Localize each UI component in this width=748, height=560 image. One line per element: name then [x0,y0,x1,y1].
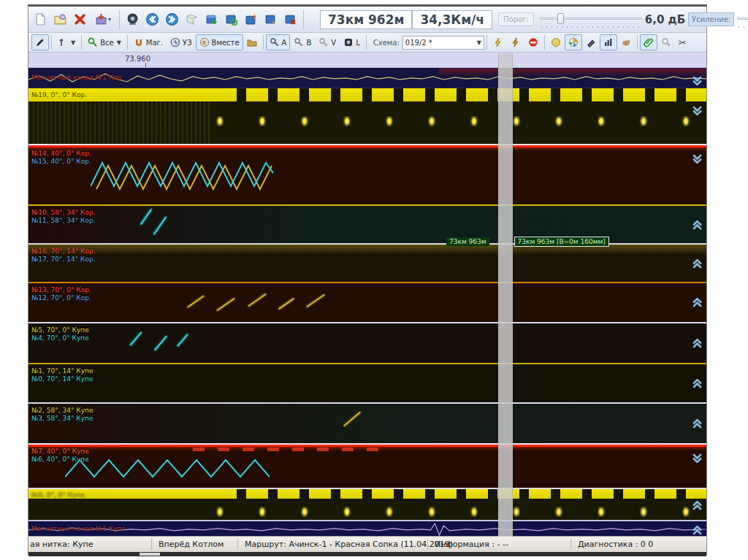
collapse-chevron-icon[interactable] [692,151,703,165]
channel-label: №1, 70°, 14° Купе [31,367,93,375]
measure-cursor[interactable] [498,53,513,537]
palette-pie-icon[interactable] [565,34,582,50]
status-info: Информация : - -- [435,540,508,549]
bird-icon[interactable] [617,34,635,50]
status-direction: Вперёд Котлом [159,540,224,549]
toolbar-separator [81,35,82,50]
delete-icon[interactable] [70,9,90,30]
nav-forward-icon[interactable] [162,9,182,30]
view-v-label: V [331,39,336,47]
book-add-icon[interactable] [202,9,221,30]
channel-strip-40-kor[interactable]: №14, 40°, 0° Кор. №15, 40°, 0° Кор. [28,144,706,204]
book-open-icon[interactable] [241,9,261,30]
no-entry-icon[interactable] [524,34,542,50]
channel-strip-70-14-kor[interactable]: №16, 70°, 14° Кор. №17, 70°, 14° Кор. [28,243,706,282]
horizontal-scrollbar[interactable] [28,552,706,556]
sort-arrows-icon[interactable]: ▼ [54,34,79,50]
magnetic-channels-button[interactable]: Маг. [130,34,167,50]
status-diagnostics: Диагностика : 0 0 [578,540,653,549]
save-dropdown-arrow[interactable]: ▾ [108,16,111,23]
threshold-button[interactable]: Порог: [498,12,534,26]
together-button[interactable]: eВместе [196,34,243,50]
channel-strip-58-kupe[interactable]: №2, 58°, 34° Купе №3, 58°, 34° Купе [28,402,706,443]
marker-pen-icon[interactable] [31,34,49,50]
nav-back-icon[interactable] [142,9,162,30]
channel-label: №16, 70°, 14° Кор. [31,248,96,256]
collapse-chevron-icon[interactable] [692,418,703,431]
channel-strip-0-kor[interactable]: №19, 0°, 0° Кор. [28,88,706,144]
slider-ticks [739,26,748,28]
collapse-chevron-icon[interactable] [692,450,703,464]
new-document-icon[interactable] [31,9,50,30]
bolt2-icon[interactable] [507,34,524,50]
view-v-button[interactable]: V [315,34,340,50]
threshold-slider[interactable] [540,12,642,28]
toolbar-separator [366,35,367,50]
bolt-icon[interactable] [489,34,507,50]
channel-label: №7, 40°, 0° Купе [31,448,89,456]
channel-strip-70-14-kupe[interactable]: №1, 70°, 14° Купе №0, 70°, 14° Купе [28,363,706,402]
collapse-chevron-icon[interactable] [692,103,703,117]
camera-icon[interactable] [123,9,142,30]
gain-label[interactable]: Усиление: [688,12,734,26]
channel-label: №19, 0°, 0° Кор. [31,91,87,99]
magnifier-icon[interactable] [657,34,675,50]
collapse-chevron-icon[interactable] [692,337,703,351]
slider-ticks [541,26,641,28]
scheme-combobox[interactable]: 019/2 *▼ [402,36,484,50]
echo-streak [153,216,167,235]
collapse-chevron-icon[interactable] [692,296,703,310]
svg-text:e: e [202,39,206,46]
view-a-label: A [282,39,287,47]
eraser-icon[interactable] [582,34,600,50]
toolbar-separator [263,35,264,50]
gain-slider[interactable] [737,12,748,28]
channel-strip-0-kupe[interactable]: №9, 0°, 0° Купе [28,488,706,520]
view-a-button[interactable]: A [266,34,291,50]
folder-small-icon[interactable] [243,34,261,50]
status-bar: ая нитка: Купе Вперёд Котлом Маршрут: Ач… [28,536,706,552]
note-icon[interactable] [182,9,202,30]
bscan-strip-area[interactable]: Магнитный канал №1 Кор. №19, 0°, 0° Кор.… [28,68,706,536]
bolt-hole-echoes [215,507,706,517]
scissors-icon[interactable]: ✂ [675,34,690,50]
paperclip-icon[interactable] [640,34,657,50]
collapse-chevron-icon[interactable] [692,524,703,536]
channel-strip-70-0-kor[interactable]: №13, 70°, 0° Кор. №12, 70°, 0° Кор. [28,282,706,322]
collapse-chevron-icon[interactable] [692,499,703,513]
collapse-chevron-icon[interactable] [692,219,703,233]
echo-streak [248,294,267,307]
book-export-icon[interactable] [261,9,280,30]
coin-icon[interactable] [547,34,565,50]
threshold-slider-thumb[interactable] [557,13,564,24]
scrollbar-thumb[interactable] [140,553,160,556]
ultrasound-channels-button[interactable]: УЗ [167,34,196,50]
surface-red-line [28,445,706,447]
distance-ruler[interactable]: 73.960 [28,53,706,68]
filter-all-button[interactable]: Все▼ [84,34,125,50]
slider-groove [737,18,748,20]
channel-strip-70-0-kupe[interactable]: №5, 70°, 0° Купе №4, 70°, 0° Купе [28,322,706,363]
book-delete-icon[interactable] [280,9,300,30]
collapse-chevron-icon[interactable] [692,377,703,391]
open-folder-icon[interactable] [50,9,70,30]
histogram-icon[interactable] [600,34,617,50]
book-sync-icon[interactable] [221,9,241,30]
channel-label: Магнитный канал №1 Купе [31,525,126,533]
echo-streak [216,298,235,312]
tooltip-left-value: 73км 963м [446,237,489,246]
view-l-button[interactable]: L [340,34,364,50]
collapse-chevron-icon[interactable] [692,73,703,87]
echo-streak [187,295,205,308]
channel-strip-magnetic-kupe[interactable]: Магнитный канал №1 Купе [28,520,706,536]
zigzag-echoes [65,456,270,481]
channel-strip-40-kupe[interactable]: №7, 40°, 0° Купе №6, 40°, 0° Купе [28,443,706,488]
view-b-button[interactable]: B [290,34,315,50]
save-archive-icon[interactable]: ▾ [90,9,116,30]
channel-strip-magnetic-kor[interactable]: Магнитный канал №1 Кор. [28,68,706,88]
collapse-chevron-icon[interactable] [692,258,703,272]
magnetic-waveform [28,521,706,536]
combo-arrow: ▼ [477,39,481,46]
status-separator [427,538,428,551]
ultrasound-channels-label: УЗ [183,39,192,47]
